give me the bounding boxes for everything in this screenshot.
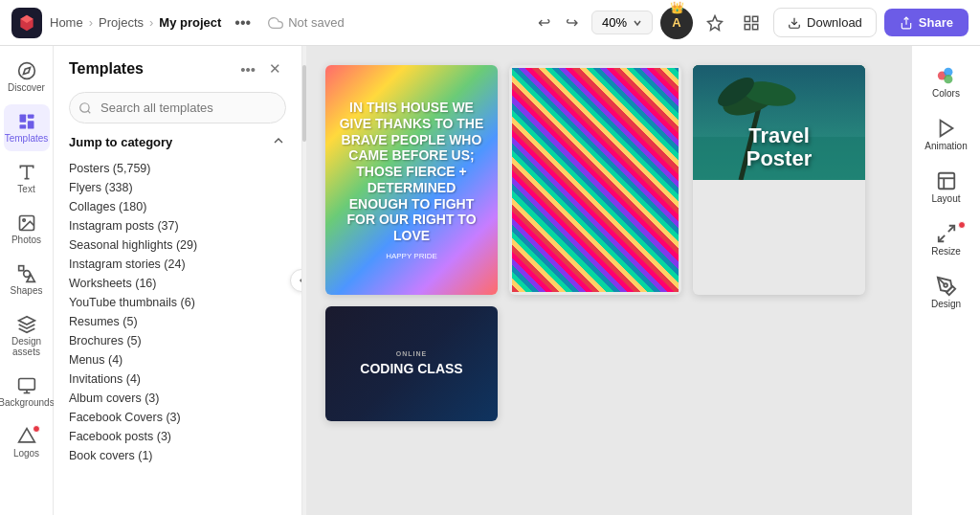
right-sidebar-resize-label: Resize xyxy=(931,246,961,257)
nav-current-project[interactable]: My project xyxy=(159,15,221,30)
template-card-pride[interactable]: IN THIS HOUSE WE GIVE THANKS TO THE BRAV… xyxy=(325,65,498,295)
crown-icon: 👑 xyxy=(670,1,684,14)
right-sidebar-colors[interactable]: Colors xyxy=(918,57,975,106)
right-sidebar-design[interactable]: Design xyxy=(918,268,975,317)
sidebar-item-discover[interactable]: Discover xyxy=(4,54,50,101)
right-sidebar-design-label: Design xyxy=(931,299,961,309)
template-card-protest[interactable]: THE FIRST PRIDE WAS A PROTEST xyxy=(509,65,681,295)
sidebar-item-templates-label: Templates xyxy=(5,133,49,144)
list-item[interactable]: Instagram stories (24) xyxy=(69,255,286,274)
right-sidebar-animation-label: Animation xyxy=(924,141,967,151)
grid-icon-button[interactable] xyxy=(737,9,766,37)
sidebar-item-design-assets[interactable]: Design assets xyxy=(4,307,50,365)
canvas-area: IN THIS HOUSE WE GIVE THANKS TO THE BRAV… xyxy=(306,46,911,515)
list-item[interactable]: Brochures (5) xyxy=(69,331,286,350)
list-item[interactable]: Collages (180) xyxy=(69,197,286,216)
travel-poster-text: TravelPoster xyxy=(746,124,812,170)
collapse-category-button[interactable] xyxy=(271,133,286,151)
pride-poster-footer: HAPPY PRIDE xyxy=(386,252,437,260)
templates-panel: Templates ••• ✕ Jump to category Posters… xyxy=(54,46,302,515)
layout-icon xyxy=(936,170,957,191)
sidebar-item-photos-label: Photos xyxy=(11,235,41,245)
template-card-coding[interactable]: ONLINE CODING CLASS xyxy=(325,306,498,421)
sidebar-item-backgrounds[interactable]: Backgrounds xyxy=(4,369,50,415)
redo-button[interactable]: ↪ xyxy=(560,10,584,35)
category-section: Jump to category Posters (5,759) Flyers … xyxy=(54,133,301,515)
svg-rect-11 xyxy=(19,124,26,128)
svg-rect-8 xyxy=(19,115,26,123)
panel-header: Templates ••• ✕ xyxy=(54,46,301,88)
svg-rect-9 xyxy=(27,115,33,119)
logos-badge xyxy=(33,425,40,433)
list-item[interactable]: YouTube thumbnails (6) xyxy=(69,293,286,312)
list-item[interactable]: Seasonal highlights (29) xyxy=(69,235,286,255)
sidebar-item-shapes[interactable]: Shapes xyxy=(4,257,50,303)
svg-rect-2 xyxy=(745,24,749,29)
right-sidebar-resize[interactable]: Resize xyxy=(918,215,975,264)
panel-more-button[interactable]: ••• xyxy=(235,57,260,80)
right-sidebar-colors-label: Colors xyxy=(932,88,960,99)
right-sidebar-layout-label: Layout xyxy=(931,193,960,204)
chevron-up-icon xyxy=(271,133,286,148)
svg-rect-3 xyxy=(753,24,758,29)
svg-point-49 xyxy=(944,283,947,287)
design-assets-icon xyxy=(17,315,36,334)
list-item[interactable]: Posters (5,759) xyxy=(69,159,286,178)
sidebar-item-shapes-label: Shapes xyxy=(11,285,43,296)
search-bar xyxy=(54,88,301,133)
list-item[interactable]: Menus (4) xyxy=(69,350,286,369)
category-header: Jump to category xyxy=(69,133,286,151)
breadcrumb-sep1: › xyxy=(89,15,93,30)
svg-rect-19 xyxy=(18,379,34,391)
right-sidebar: Colors Animation Layout Resize Design xyxy=(911,46,980,515)
download-icon xyxy=(788,16,801,30)
protest-poster-visual: THE FIRST PRIDE WAS A PROTEST xyxy=(509,65,681,295)
coding-label-text: ONLINE xyxy=(396,350,427,357)
list-item[interactable]: Worksheets (16) xyxy=(69,274,286,293)
nav-home[interactable]: Home xyxy=(50,15,83,30)
save-status: Not saved xyxy=(268,15,345,31)
list-item[interactable]: Instagram posts (37) xyxy=(69,216,286,235)
list-item[interactable]: Book covers (1) xyxy=(69,446,286,465)
main-layout: Discover Templates Text Photos Shapes De… xyxy=(0,46,980,515)
magic-icon-button[interactable] xyxy=(701,9,729,37)
sidebar-item-templates[interactable]: Templates xyxy=(4,104,50,151)
topbar: Home › Projects › My project ••• Not sav… xyxy=(0,0,980,46)
sidebar-item-logos[interactable]: Logos xyxy=(4,419,50,466)
chevron-down-icon xyxy=(633,18,642,28)
list-item[interactable]: Facebook posts (3) xyxy=(69,427,286,446)
download-button[interactable]: Download xyxy=(773,8,877,37)
svg-line-23 xyxy=(88,110,91,113)
travel-poster-visual: TravelPoster xyxy=(693,65,865,180)
app-logo[interactable] xyxy=(11,8,42,38)
discover-icon xyxy=(17,61,36,80)
list-item[interactable]: Invitations (4) xyxy=(69,369,286,389)
nav-projects[interactable]: Projects xyxy=(99,15,144,30)
shapes-icon xyxy=(17,264,36,283)
sidebar-item-photos[interactable]: Photos xyxy=(4,206,50,253)
share-label: Share xyxy=(919,15,953,30)
list-item[interactable]: Facebook Covers (3) xyxy=(69,408,286,427)
resize-badge xyxy=(958,221,966,229)
sidebar-item-text[interactable]: Text xyxy=(4,155,50,202)
animation-icon xyxy=(936,118,957,139)
sidebar-item-text-label: Text xyxy=(17,184,34,194)
share-button[interactable]: Share xyxy=(884,9,969,36)
svg-point-6 xyxy=(18,63,34,79)
search-input[interactable] xyxy=(69,92,286,123)
template-card-travel[interactable]: TravelPoster xyxy=(693,65,865,295)
list-item[interactable]: Resumes (5) xyxy=(69,312,286,331)
category-list: Posters (5,759) Flyers (338) Collages (1… xyxy=(69,159,286,465)
right-sidebar-layout[interactable]: Layout xyxy=(918,163,975,212)
sidebar-item-backgrounds-label: Backgrounds xyxy=(0,397,55,408)
sidebar-item-discover-label: Discover xyxy=(8,82,45,93)
right-sidebar-animation[interactable]: Animation xyxy=(918,110,975,159)
list-item[interactable]: Album covers (3) xyxy=(69,389,286,408)
more-options-button[interactable]: ••• xyxy=(229,12,256,34)
undo-button[interactable]: ↩ xyxy=(532,10,556,35)
list-item[interactable]: Flyers (338) xyxy=(69,178,286,197)
pride-poster-text: IN THIS HOUSE WE GIVE THANKS TO THE BRAV… xyxy=(337,100,486,244)
avatar[interactable]: A 👑 xyxy=(660,7,693,39)
zoom-control[interactable]: 40% xyxy=(591,11,653,34)
panel-close-button[interactable]: ✕ xyxy=(264,57,286,80)
